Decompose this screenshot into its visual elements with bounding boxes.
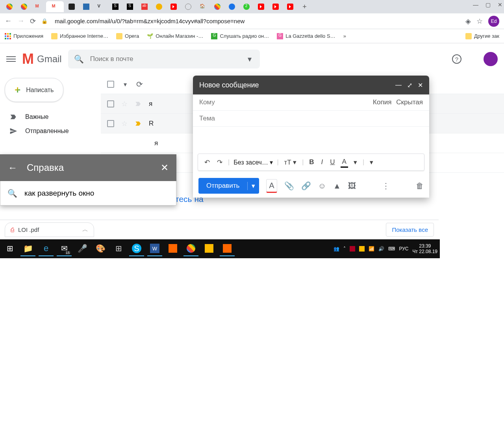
help-back-icon[interactable]: ←: [8, 162, 17, 173]
italic-icon[interactable]: I: [320, 157, 325, 167]
window-close[interactable]: ✕: [498, 2, 502, 8]
wifi-icon[interactable]: 📶: [369, 246, 374, 252]
link-icon[interactable]: 🔗: [301, 181, 311, 191]
tab-google[interactable]: [17, 1, 31, 12]
language-indicator[interactable]: РУС: [399, 246, 408, 252]
new-tab-button[interactable]: +: [298, 1, 311, 12]
compose-button[interactable]: + Написать: [5, 78, 63, 102]
underline-icon[interactable]: U: [328, 157, 336, 167]
profile-avatar[interactable]: Ed: [488, 16, 499, 27]
url-field[interactable]: mail.google.com/mail/u/0/?tab=rm&zx=kjco…: [55, 18, 460, 24]
people-icon[interactable]: 👥: [334, 246, 339, 252]
tab-s1[interactable]: S: [108, 1, 122, 12]
tab-contact[interactable]: [225, 1, 239, 12]
tab-google2[interactable]: [210, 1, 224, 12]
bold-icon[interactable]: B: [308, 157, 315, 167]
emoji-icon[interactable]: ☺: [318, 181, 326, 191]
discard-icon[interactable]: 🗑: [416, 181, 424, 191]
tray-chevron-icon[interactable]: ˄: [343, 246, 346, 252]
explorer-icon[interactable]: 📁: [20, 241, 35, 256]
bookmark-4[interactable]: GLa Gazzetta dello S…: [277, 33, 335, 39]
search-icon[interactable]: 🔍: [74, 54, 84, 64]
row-checkbox[interactable]: [107, 100, 114, 107]
window-minimize[interactable]: —: [473, 2, 478, 8]
tab-yt4[interactable]: [283, 1, 297, 12]
tab-yellow[interactable]: [152, 1, 166, 12]
calculator-icon[interactable]: ⊞: [111, 241, 126, 256]
google-apps-icon[interactable]: [468, 54, 477, 64]
compose-body[interactable]: [193, 127, 429, 150]
start-button[interactable]: ⊞: [2, 241, 17, 256]
to-row[interactable]: Кому Копия Скрытая: [193, 94, 429, 111]
app-orange-icon[interactable]: [165, 241, 180, 256]
search-input[interactable]: [90, 55, 254, 63]
compose-minimize-icon[interactable]: —: [395, 81, 402, 89]
sidebar-item-important[interactable]: Важные: [3, 110, 98, 124]
redo-icon[interactable]: ↷: [215, 157, 224, 167]
tab-gmail-1[interactable]: M: [32, 1, 45, 12]
format-toggle-icon[interactable]: A: [266, 179, 277, 193]
tab-green[interactable]: 2: [239, 1, 253, 12]
compose-close-icon[interactable]: ✕: [418, 81, 423, 89]
tab-yt2[interactable]: [254, 1, 268, 12]
tab-generic-1[interactable]: [65, 1, 78, 12]
select-dropdown-icon[interactable]: ▾: [124, 81, 127, 88]
compose-expand-icon[interactable]: ⤢: [407, 81, 412, 89]
bookmarks-overflow[interactable]: »: [343, 33, 346, 39]
skype-icon[interactable]: S: [129, 241, 144, 256]
tab-yt1[interactable]: [167, 1, 180, 12]
attach-icon[interactable]: 📎: [284, 181, 294, 191]
star-icon[interactable]: ☆: [121, 100, 128, 108]
nav-forward-icon[interactable]: →: [17, 17, 24, 25]
send-dropdown-icon[interactable]: ▾: [247, 182, 259, 190]
text-color-icon[interactable]: A: [341, 157, 348, 168]
bookmark-0[interactable]: Избранное Interne…: [51, 33, 108, 39]
image-icon[interactable]: 🖼: [348, 181, 356, 191]
sidebar-item-sent[interactable]: Отправленные: [3, 124, 98, 138]
star-icon[interactable]: ☆: [476, 17, 483, 26]
help-close-icon[interactable]: ✕: [161, 162, 169, 173]
subject-row[interactable]: Тема: [193, 111, 429, 127]
paint-icon[interactable]: 🎨: [93, 241, 108, 256]
select-all-checkbox[interactable]: [107, 81, 114, 88]
font-size-icon[interactable]: тT ▾: [283, 157, 298, 167]
send-button[interactable]: Отправить ▾: [198, 178, 259, 194]
label-icon[interactable]: [135, 120, 142, 127]
chevron-up-icon[interactable]: ︿: [82, 226, 88, 233]
search-box[interactable]: 🔍 ▾: [68, 50, 260, 68]
window-maximize[interactable]: ▢: [485, 2, 491, 8]
volume-icon[interactable]: 🔊: [378, 246, 384, 252]
other-bookmarks[interactable]: Другие зак: [465, 33, 499, 39]
tab-s2[interactable]: S: [123, 1, 137, 12]
help-search-input[interactable]: [24, 189, 169, 198]
mic-icon[interactable]: 🎤: [75, 241, 90, 256]
compose-header[interactable]: Новое сообщение — ⤢ ✕: [193, 76, 429, 94]
label-icon[interactable]: [135, 100, 142, 107]
keyboard-icon[interactable]: ⌨: [388, 246, 395, 252]
tab-v[interactable]: V: [94, 1, 107, 12]
bookmark-1[interactable]: Opera: [116, 33, 139, 39]
undo-icon[interactable]: ↶: [203, 157, 211, 167]
row-checkbox[interactable]: [107, 120, 114, 127]
tab-globe[interactable]: [181, 1, 195, 12]
support-icon[interactable]: ?: [452, 54, 461, 64]
word-icon[interactable]: W: [147, 241, 162, 256]
bcc-link[interactable]: Скрытая: [396, 98, 423, 106]
more-format-icon[interactable]: ▾: [368, 157, 375, 167]
drive-icon[interactable]: ▲: [333, 181, 341, 191]
apps-shortcut[interactable]: Приложения: [5, 33, 43, 39]
bookmark-3[interactable]: GСлушать радио он…: [211, 33, 269, 39]
gmail-logo[interactable]: M Gmail: [22, 51, 62, 67]
tab-generic-2[interactable]: [79, 1, 93, 12]
clock[interactable]: 23:39 Чт 22.08.19: [412, 243, 437, 255]
cc-link[interactable]: Копия: [373, 98, 391, 106]
chrome-icon[interactable]: [183, 241, 198, 256]
tray-bat-icon[interactable]: [359, 246, 365, 252]
font-select[interactable]: Без засеч… ▾: [233, 159, 273, 166]
account-avatar[interactable]: [484, 52, 498, 66]
tab-ab[interactable]: ab: [137, 1, 151, 12]
show-all-downloads[interactable]: Показать все: [386, 223, 434, 237]
bookmark-2[interactable]: 🌱Онлайн Магазин -…: [147, 33, 203, 39]
nav-reload-icon[interactable]: ⟳: [30, 17, 36, 26]
more-options-icon[interactable]: ⋮: [382, 181, 390, 191]
